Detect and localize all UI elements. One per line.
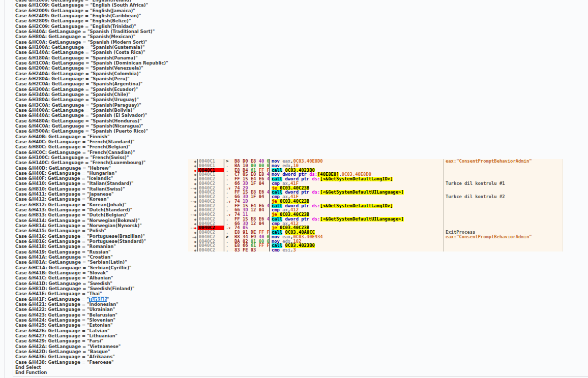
dasm-row[interactable]: ●0040C2.FF 15 E4 E6 40call dword ptr ds:… [188,177,563,181]
dasm-row[interactable]: ●0040C2.66 3D 1F 04cmp ax,41FTurkce dil … [188,181,563,186]
dasm-comment[interactable]: Turkce dil kontrolu #1 [443,181,563,186]
dasm-comment[interactable] [443,168,563,173]
dasm-comment[interactable] [443,208,563,212]
breakpoint-gutter[interactable]: ● [188,177,198,181]
breakpoint-gutter[interactable]: ● [188,222,198,226]
breakpoint-gutter[interactable]: ● [188,204,198,208]
dasm-address[interactable]: 0040C2 [198,230,224,235]
dasm-row[interactable]: ●0040C1.C7 05 E0 E8 40mov dword ptr ds:[… [188,172,563,177]
code-line[interactable]: End Function [15,370,168,375]
instruction-dot-icon[interactable]: ● [194,240,196,244]
dasm-instruction[interactable]: mov edx,102 [269,239,443,244]
dasm-instruction[interactable]: mov dword ptr ds:[40E8E0],0C03.40E8D0 [269,172,443,177]
instruction-dot-icon[interactable]: ● [194,177,196,181]
code-line[interactable]: Case &H422: GetLanguage = "Ukrainian" [15,307,168,312]
dasm-comment[interactable]: Turkce dil kontrolu #2 [443,195,563,199]
dasm-instruction[interactable]: cmp ax,412 [269,208,443,212]
dasm-address[interactable]: 0040C2 [198,212,224,217]
dasm-instruction[interactable]: je 0C03.40C23B [269,186,443,191]
dasm-address[interactable]: 0040C1 [198,172,224,177]
instruction-dot-icon[interactable]: ● [194,244,196,248]
code-line[interactable]: Case &H140A: GetLanguage = "Spanish (Cos… [15,50,168,55]
instruction-dot-icon[interactable]: ● [194,248,196,251]
code-line[interactable]: Case &H40A: GetLanguage = "Spanish (Trad… [15,29,168,34]
dasm-instruction[interactable]: mov eax,0C03.40E8D0 [269,159,443,164]
code-line[interactable]: End Select [15,365,168,370]
code-line[interactable]: Case &H400A: GetLanguage = "Spanish(Boli… [15,108,168,113]
instruction-dot-icon[interactable]: ● [194,195,196,199]
code-line[interactable]: Case &H438: GetLanguage = "Faeroese" [15,360,168,365]
dasm-comment[interactable] [443,177,563,181]
code-line[interactable]: Case &H440A: GetLanguage = "Spanish (El … [15,113,168,118]
code-line[interactable]: Case &H40C: GetLanguage = "French(Standa… [15,139,168,144]
dasm-instruction[interactable]: call 0C03.4023B0 [269,243,443,248]
dasm-row[interactable]: ●0040C2.FF 15 E8 E6 40call dword ptr ds:… [188,190,563,195]
dasm-instruction[interactable]: call 0C03.4023B0 [269,168,443,173]
dasm-instruction[interactable]: call dword ptr ds:[<&GetSystemDefaultUIL… [269,217,443,222]
breakpoint-gutter[interactable]: --● [188,199,198,204]
instruction-dot-icon[interactable]: ● [194,160,196,164]
code-line[interactable]: Case &H80A: GetLanguage = "Spanish(Mexic… [15,34,168,39]
dasm-address[interactable]: 0040C2 [198,226,224,230]
breakpoint-dot-icon[interactable]: ● [194,226,196,230]
dasm-address[interactable]: 0040C2 [198,243,224,248]
dasm-comment[interactable]: eax:"ConsentPromptBehaviorAdmin" [443,235,563,239]
dasm-address[interactable]: 0040C2 [198,181,224,186]
code-line[interactable]: Case &H2009: GetLanguage = "English(Jama… [15,8,168,13]
dasm-address[interactable]: 0040C2 [198,239,224,244]
dasm-comment[interactable] [443,248,563,251]
code-line[interactable]: Case &H2C09: GetLanguage = "English(Trin… [15,24,168,29]
dasm-address[interactable]: 0040C2 [198,204,224,208]
code-line[interactable]: Case &H816: GetLanguage = "Portuguese(St… [15,239,168,244]
code-line[interactable]: Case &H100C: GetLanguage = "French(Swiss… [15,155,168,160]
code-line[interactable]: Case &H410: GetLanguage = "Italian(Stand… [15,181,168,186]
code-line[interactable]: Case &H416: GetLanguage = "Portuguese(Br… [15,234,168,239]
dasm-comment[interactable] [443,199,563,204]
dasm-comment[interactable] [443,164,563,168]
breakpoint-gutter[interactable]: ● [188,159,198,164]
dasm-address[interactable]: 0040C2 [198,195,224,199]
dasm-comment[interactable] [443,172,563,177]
code-line[interactable]: Case &H415: GetLanguage = "Polish" [15,228,168,233]
dasm-comment[interactable]: eax:"ConsentPromptBehaviorAdmin" [443,159,563,164]
dasm-instruction[interactable]: je 0C03.40C23B [269,199,443,204]
dasm-address[interactable]: 0040C2 [198,222,224,226]
breakpoint-gutter[interactable]: --● [188,186,198,191]
code-line[interactable]: Case &H140C: GetLanguage = "French(Luxem… [15,160,168,165]
dasm-instruction[interactable]: call dword ptr ds:[<&GetSystemDefaultLan… [269,177,443,181]
code-line[interactable]: Case &H240A: GetLanguage = "Spanish(Colo… [15,71,168,76]
code-line[interactable]: Case &H3C0A: GetLanguage = "Spanish(Para… [15,103,168,108]
dasm-row[interactable]: ●0040C1.BA 10 00 00 00mov edx,10 [188,164,563,168]
breakpoint-gutter[interactable]: ● [188,181,198,186]
code-line[interactable]: Case &H1C0A: GetLanguage = "Spanish (Dom… [15,60,168,66]
dasm-instruction[interactable]: call dword ptr ds:[<&GetSystemDefaultLan… [269,204,443,208]
dasm-row[interactable]: ●0040C2.FF 15 E8 E6 40call dword ptr ds:… [188,217,563,222]
breakpoint-gutter[interactable]: ● [188,217,198,222]
code-line[interactable]: Case &H436: GetLanguage = "Afrikaans" [15,354,168,359]
instruction-dot-icon[interactable]: ● [194,217,196,222]
instruction-dot-icon[interactable]: ● [194,164,196,168]
breakpoint-gutter[interactable]: ● [188,243,198,248]
dasm-row[interactable]: --●0040C2.∨74 11je 0C03.40C23B [188,212,563,217]
code-line[interactable]: Case &H426: GetLanguage = "Latvian" [15,328,168,333]
code-line[interactable]: Case &H40E: GetLanguage = "Hungarian" [15,171,168,176]
dasm-instruction[interactable]: cmp ax,41F [269,195,443,199]
code-line[interactable]: Case &H42A: GetLanguage = "Vietnamese" [15,344,168,349]
dasm-instruction[interactable]: call dword ptr ds:[<&GetSystemDefaultUIL… [269,190,443,195]
code-line[interactable]: Case &H42D: GetLanguage = "Basque" [15,349,168,354]
breakpoint-gutter[interactable]: ● [188,239,198,244]
code-line[interactable]: Case &H41E: GetLanguage = "Thai" [15,291,168,296]
code-line[interactable]: Case &H813: GetLanguage = "Dutch(Belgian… [15,212,168,217]
breakpoint-gutter[interactable]: ● [188,230,198,235]
dasm-row[interactable]: ●0040C2.83 FE 03cmp esi,3 [188,248,563,251]
dasm-address[interactable]: 0040C2 [198,199,224,204]
dasm-row[interactable]: ●0040C2.FF 15 E4 E6 40call dword ptr ds:… [188,204,563,208]
code-line[interactable]: Case &H412: GetLanguage = "Korean" [15,197,168,202]
dasm-address[interactable]: 0040C1 [198,164,224,168]
dasm-comment[interactable] [443,190,563,195]
code-line[interactable]: Case &H1C09: GetLanguage = "English (Sou… [15,3,168,8]
dasm-row[interactable]: ●0040C2.E8 91 DE FF FFcall 0C03.40A0CCEx… [188,230,563,235]
code-line[interactable]: Case &H41B: GetLanguage = "Slovak" [15,270,168,275]
dasm-address[interactable]: 0040C2 [198,177,224,181]
code-line[interactable]: Case &H380A: GetLanguage = "Spanish(Urug… [15,97,168,102]
